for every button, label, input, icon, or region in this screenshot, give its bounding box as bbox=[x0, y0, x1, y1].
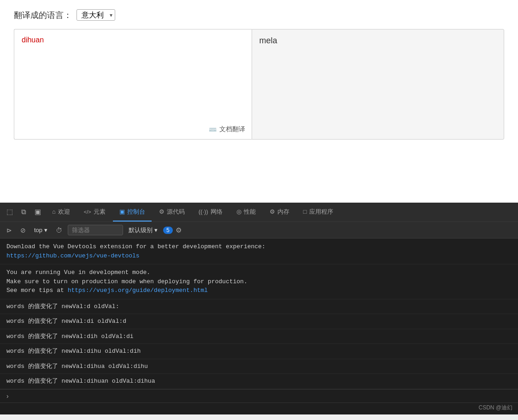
console-line-1: words 的值变化了 newVal:d oldVal: bbox=[0, 299, 518, 315]
home-icon: ⌂ bbox=[52, 208, 56, 215]
console-input[interactable] bbox=[12, 392, 512, 399]
log-text-2: words 的值变化了 newVal:di oldVal:d bbox=[6, 318, 126, 325]
language-label: 翻译成的语言： bbox=[14, 10, 72, 21]
tab-console-label: 控制台 bbox=[127, 208, 145, 216]
vue-guide-link[interactable]: https://vuejs.org/guide/deployment.html bbox=[68, 287, 208, 294]
input-panel: dihuan ⌨️ 文档翻译 bbox=[14, 29, 252, 140]
sidebar-icon: ▣ bbox=[35, 208, 41, 216]
log-text-6: words 的值变化了 newVal:dihuan oldVal:dihua bbox=[6, 378, 155, 385]
inspect-button[interactable]: ⬚ bbox=[3, 203, 17, 222]
log-text-1: words 的值变化了 newVal:d oldVal: bbox=[6, 303, 119, 310]
translated-text: mela bbox=[259, 36, 277, 45]
tab-sources[interactable]: ⚙ 源代码 bbox=[153, 203, 191, 222]
console-icon: ▣ bbox=[119, 208, 125, 215]
clock-icon: ⏱ bbox=[56, 227, 62, 234]
log-level-label: 默认级别 bbox=[129, 226, 153, 234]
application-icon: □ bbox=[303, 208, 307, 215]
log-level-dropdown[interactable]: 默认级别 ▾ bbox=[126, 225, 160, 236]
console-line-vue-mode: You are running Vue in development mode.… bbox=[0, 264, 518, 299]
source-text-input[interactable]: dihuan bbox=[14, 29, 252, 139]
console-line-6: words 的值变化了 newVal:dihuan oldVal:dihua bbox=[0, 374, 518, 389]
language-select[interactable]: 意大利 bbox=[77, 9, 115, 21]
tab-memory[interactable]: ⚙ 内存 bbox=[263, 203, 296, 222]
prompt-line: › bbox=[0, 389, 518, 402]
chevron-down-icon: ▾ bbox=[44, 227, 47, 233]
vue-mode-line2: Make sure to turn on production mode whe… bbox=[6, 277, 512, 286]
status-bar: CSDN @迪幻 bbox=[0, 402, 518, 413]
language-select-wrapper[interactable]: 意大利 bbox=[77, 9, 115, 21]
tab-elements[interactable]: </> 元素 bbox=[77, 203, 112, 222]
log-count-badge: 5 bbox=[163, 227, 173, 234]
console-line-3: words 的值变化了 newVal:dih oldVal:di bbox=[0, 329, 518, 344]
devtools-toolbar: ⊳ ⊘ top ▾ ⏱ 默认级别 ▾ 5 ⚙ bbox=[0, 222, 518, 239]
log-text-4: words 的值变化了 newVal:dihu oldVal:dih bbox=[6, 348, 141, 355]
log-text-5: words 的值变化了 newVal:dihua oldVal:dihu bbox=[6, 363, 148, 370]
language-row: 翻译成的语言： 意大利 bbox=[14, 9, 504, 21]
inspect-icon: ⬚ bbox=[6, 208, 13, 216]
output-panel: mela bbox=[252, 29, 505, 140]
tab-network[interactable]: ((·)) 网络 bbox=[192, 203, 229, 222]
tab-performance-label: 性能 bbox=[244, 208, 256, 216]
console-settings-icon[interactable]: ⚙ bbox=[176, 226, 182, 234]
context-dropdown[interactable]: top ▾ bbox=[31, 225, 50, 235]
network-icon: ((·)) bbox=[199, 208, 208, 215]
doc-translate-label: 文档翻译 bbox=[219, 125, 245, 134]
devtools-link-line: https://github.com/vuejs/vue-devtools bbox=[6, 251, 512, 261]
console-output: Download the Vue Devtools extension for … bbox=[0, 239, 518, 389]
drawer-icon: ⊳ bbox=[6, 227, 12, 234]
devtools-message: Download the Vue Devtools extension for … bbox=[6, 242, 512, 251]
tab-welcome[interactable]: ⌂ 欢迎 bbox=[46, 203, 77, 222]
tab-application[interactable]: □ 应用程序 bbox=[297, 203, 340, 222]
vue-mode-line3: See more tips at https://vuejs.org/guide… bbox=[6, 286, 512, 295]
elements-icon: </> bbox=[84, 209, 91, 215]
tab-application-label: 应用程序 bbox=[309, 208, 333, 216]
tab-memory-label: 内存 bbox=[277, 208, 289, 216]
clear-console-button[interactable]: ⊘ bbox=[18, 225, 29, 236]
tab-sources-label: 源代码 bbox=[167, 208, 185, 216]
status-label: CSDN @迪幻 bbox=[478, 404, 512, 412]
tab-welcome-label: 欢迎 bbox=[58, 208, 70, 216]
doc-translate-button[interactable]: ⌨️ 文档翻译 bbox=[209, 125, 245, 134]
devtools-tabs-bar: ⬚ ⧉ ▣ ⌂ 欢迎 </> 元素 ▣ 控制台 ⚙ 源代码 ((·)) 网络 ◎ bbox=[0, 203, 518, 222]
filter-input[interactable] bbox=[68, 225, 123, 235]
devtools-link[interactable]: https://github.com/vuejs/vue-devtools bbox=[6, 252, 140, 259]
memory-icon: ⚙ bbox=[270, 208, 275, 215]
tab-performance[interactable]: ◎ 性能 bbox=[230, 203, 262, 222]
performance-icon: ◎ bbox=[236, 208, 241, 215]
vue-mode-line1: You are running Vue in development mode. bbox=[6, 268, 512, 277]
sources-icon: ⚙ bbox=[159, 208, 165, 215]
tab-network-label: 网络 bbox=[211, 208, 223, 216]
tab-elements-label: 元素 bbox=[94, 208, 106, 216]
console-line-4: words 的值变化了 newVal:dihu oldVal:dih bbox=[0, 344, 518, 359]
console-line-devtools: Download the Vue Devtools extension for … bbox=[0, 239, 518, 264]
prompt-caret-icon: › bbox=[6, 392, 9, 400]
console-line-5: words 的值变化了 newVal:dihua oldVal:dihu bbox=[0, 359, 518, 374]
realtime-button[interactable]: ⏱ bbox=[53, 225, 65, 236]
log-text-3: words 的值变化了 newVal:dih oldVal:di bbox=[6, 333, 134, 340]
filter-wrapper bbox=[68, 225, 123, 235]
context-label: top bbox=[34, 227, 42, 233]
log-level-chevron-icon: ▾ bbox=[154, 227, 158, 233]
app-area: 翻译成的语言： 意大利 dihuan ⌨️ 文档翻译 mela bbox=[0, 0, 518, 203]
console-line-2: words 的值变化了 newVal:di oldVal:d bbox=[0, 314, 518, 329]
translation-panels: dihuan ⌨️ 文档翻译 mela bbox=[14, 29, 504, 140]
tab-console[interactable]: ▣ 控制台 bbox=[113, 203, 152, 222]
devtools-panel: ⬚ ⧉ ▣ ⌂ 欢迎 </> 元素 ▣ 控制台 ⚙ 源代码 ((·)) 网络 ◎ bbox=[0, 203, 518, 414]
device-toolbar-button[interactable]: ⧉ bbox=[18, 203, 30, 222]
keyboard-emoji: ⌨️ bbox=[209, 126, 217, 133]
device-icon: ⧉ bbox=[21, 208, 26, 216]
show-console-drawer-button[interactable]: ⊳ bbox=[4, 225, 15, 236]
sidebar-button[interactable]: ▣ bbox=[31, 203, 45, 222]
clear-icon: ⊘ bbox=[20, 227, 26, 234]
